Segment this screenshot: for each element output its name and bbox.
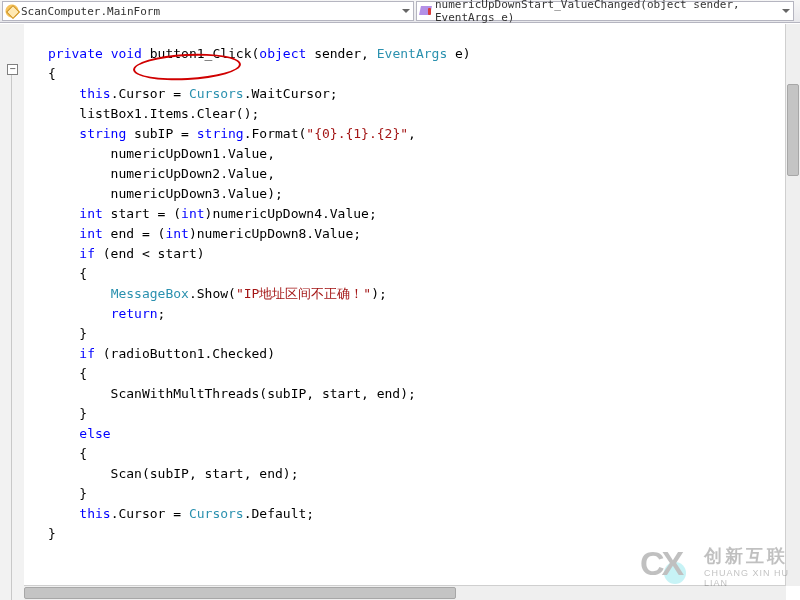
code-line: } xyxy=(48,406,87,421)
code-line: private void button1_Click(object sender… xyxy=(48,46,471,61)
code-line: else xyxy=(48,426,111,441)
code-line: { xyxy=(48,266,87,281)
code-line: if (end < start) xyxy=(48,246,205,261)
code-line: numericUpDown1.Value, xyxy=(48,146,275,161)
code-line: } xyxy=(48,526,56,541)
code-line: this.Cursor = Cursors.WaitCursor; xyxy=(48,86,338,101)
class-icon xyxy=(5,4,19,18)
gutter: − xyxy=(0,24,25,600)
outline-guide xyxy=(11,75,12,600)
code-line: Scan(subIP, start, end); xyxy=(48,466,298,481)
code-line: int end = (int)numericUpDown8.Value; xyxy=(48,226,361,241)
code-area[interactable]: private void button1_Click(object sender… xyxy=(24,24,786,586)
scrollbar-thumb[interactable] xyxy=(787,84,799,176)
method-icon xyxy=(419,4,433,18)
chevron-down-icon xyxy=(402,9,410,13)
code-line: } xyxy=(48,326,87,341)
code-line: int start = (int)numericUpDown4.Value; xyxy=(48,206,377,221)
member-dropdown-label: numericUpDownStart_ValueChanged(object s… xyxy=(435,0,777,24)
code-line: numericUpDown3.Value); xyxy=(48,186,283,201)
code-line: { xyxy=(48,366,87,381)
horizontal-scrollbar[interactable] xyxy=(24,585,786,600)
class-dropdown[interactable]: ScanComputer.MainForm xyxy=(2,1,414,21)
editor-nav-bar: ScanComputer.MainForm numericUpDownStart… xyxy=(0,0,800,23)
code-line: { xyxy=(48,446,87,461)
code-line: ScanWithMultThreads(subIP, start, end); xyxy=(48,386,416,401)
code-line: MessageBox.Show("IP地址区间不正确！"); xyxy=(48,286,387,301)
code-line: if (radioButton1.Checked) xyxy=(48,346,275,361)
vertical-scrollbar[interactable] xyxy=(785,24,800,586)
code-editor: − private void button1_Click(object send… xyxy=(0,24,800,600)
code-line: string subIP = string.Format("{0}.{1}.{2… xyxy=(48,126,416,141)
member-dropdown[interactable]: numericUpDownStart_ValueChanged(object s… xyxy=(416,1,794,21)
code-line: numericUpDown2.Value, xyxy=(48,166,275,181)
scrollbar-thumb[interactable] xyxy=(24,587,456,599)
code-line: } xyxy=(48,486,87,501)
code-line: listBox1.Items.Clear(); xyxy=(48,106,259,121)
class-dropdown-label: ScanComputer.MainForm xyxy=(21,5,160,18)
collapse-toggle[interactable]: − xyxy=(7,64,18,75)
chevron-down-icon xyxy=(782,9,790,13)
code-line: return; xyxy=(48,306,165,321)
code-line: { xyxy=(48,66,56,81)
code-line: this.Cursor = Cursors.Default; xyxy=(48,506,314,521)
